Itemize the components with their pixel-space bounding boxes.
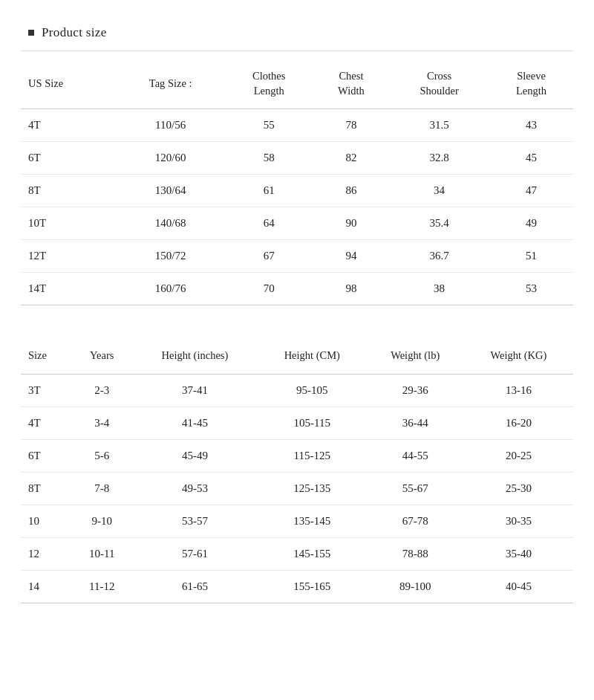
cell-cross_shoulder: 32.8 [389, 142, 489, 175]
cell-weight_lb: 55-67 [366, 472, 464, 505]
cell-tag_size: 110/56 [117, 109, 225, 142]
cell-sleeve_length: 45 [489, 142, 573, 175]
cell-clothes_length: 58 [225, 142, 313, 175]
cell-us_size: 4T [21, 109, 117, 142]
cell-height_inches: 41-45 [132, 406, 258, 439]
cell-height_cm: 155-165 [258, 570, 366, 603]
col-weight-lb: Weight (lb) [366, 338, 464, 374]
cell-height_inches: 49-53 [132, 472, 258, 505]
table1-header: US Size Tag Size : ClothesLength ChestWi… [21, 59, 573, 109]
col-us-size: US Size [21, 59, 117, 109]
cell-weight_kg: 16-20 [464, 406, 573, 439]
table-row: 6T5-645-49115-12544-5520-25 [21, 439, 573, 472]
table-row: 4T110/56557831.543 [21, 109, 573, 142]
cell-height_inches: 53-57 [132, 505, 258, 537]
cell-years: 3-4 [72, 406, 132, 439]
col-height-inches: Height (inches) [132, 338, 258, 374]
cell-clothes_length: 61 [225, 175, 313, 207]
cell-years: 9-10 [72, 505, 132, 537]
table-row: 6T120/60588232.845 [21, 142, 573, 175]
table-row: 3T2-337-4195-10529-3613-16 [21, 374, 573, 406]
cell-height_cm: 125-135 [258, 472, 366, 505]
col-height-cm: Height (CM) [258, 338, 366, 374]
table-row: 1210-1157-61145-15578-8835-40 [21, 537, 573, 570]
cell-years: 11-12 [72, 570, 132, 603]
table1-section: US Size Tag Size : ClothesLength ChestWi… [21, 59, 573, 305]
cell-cross_shoulder: 36.7 [389, 240, 489, 273]
size-guide-table: Size Years Height (inches) Height (CM) W… [21, 338, 573, 603]
col-cross-shoulder: CrossShoulder [389, 59, 489, 109]
cell-weight_lb: 44-55 [366, 439, 464, 472]
cell-cross_shoulder: 31.5 [389, 109, 489, 142]
cell-sleeve_length: 53 [489, 273, 573, 305]
table-row: 8T7-849-53125-13555-6725-30 [21, 472, 573, 505]
cell-tag_size: 160/76 [117, 273, 225, 305]
table-row: 14T160/7670983853 [21, 273, 573, 305]
cell-clothes_length: 55 [225, 109, 313, 142]
cell-tag_size: 150/72 [117, 240, 225, 273]
cell-chest_width: 82 [313, 142, 389, 175]
cell-sleeve_length: 43 [489, 109, 573, 142]
cell-cross_shoulder: 38 [389, 273, 489, 305]
cell-size: 6T [21, 439, 72, 472]
cell-weight_lb: 89-100 [366, 570, 464, 603]
cell-us_size: 6T [21, 142, 117, 175]
cell-years: 7-8 [72, 472, 132, 505]
cell-clothes_length: 64 [225, 207, 313, 240]
cell-size: 14 [21, 570, 72, 603]
cell-cross_shoulder: 34 [389, 175, 489, 207]
table2-body: 3T2-337-4195-10529-3613-164T3-441-45105-… [21, 374, 573, 603]
cell-height_inches: 37-41 [132, 374, 258, 406]
cell-weight_kg: 20-25 [464, 439, 573, 472]
cell-height_inches: 45-49 [132, 439, 258, 472]
cell-weight_kg: 30-35 [464, 505, 573, 537]
col-weight-kg: Weight (KG) [464, 338, 573, 374]
cell-weight_lb: 78-88 [366, 537, 464, 570]
table2-section: Size Years Height (inches) Height (CM) W… [21, 338, 573, 603]
cell-tag_size: 130/64 [117, 175, 225, 207]
cell-chest_width: 98 [313, 273, 389, 305]
cell-size: 4T [21, 406, 72, 439]
cell-height_cm: 105-115 [258, 406, 366, 439]
cell-weight_kg: 25-30 [464, 472, 573, 505]
table-row: 12T150/72679436.751 [21, 240, 573, 273]
cell-chest_width: 78 [313, 109, 389, 142]
cell-weight_lb: 67-78 [366, 505, 464, 537]
cell-chest_width: 94 [313, 240, 389, 273]
col-years: Years [72, 338, 132, 374]
table-row: 4T3-441-45105-11536-4416-20 [21, 406, 573, 439]
col-clothes-length: ClothesLength [225, 59, 313, 109]
cell-us_size: 8T [21, 175, 117, 207]
col-sleeve-length: SleeveLength [489, 59, 573, 109]
cell-size: 8T [21, 472, 72, 505]
table1-body: 4T110/56557831.5436T120/60588232.8458T13… [21, 109, 573, 305]
cell-years: 2-3 [72, 374, 132, 406]
product-size-title: Product size [42, 25, 107, 40]
table-row: 10T140/68649035.449 [21, 207, 573, 240]
cell-tag_size: 140/68 [117, 207, 225, 240]
cell-us_size: 12T [21, 240, 117, 273]
cell-height_inches: 57-61 [132, 537, 258, 570]
cell-tag_size: 120/60 [117, 142, 225, 175]
cell-height_cm: 145-155 [258, 537, 366, 570]
cell-weight_kg: 40-45 [464, 570, 573, 603]
table2-header: Size Years Height (inches) Height (CM) W… [21, 338, 573, 374]
cell-us_size: 10T [21, 207, 117, 240]
table-row: 8T130/6461863447 [21, 175, 573, 207]
col-size: Size [21, 338, 72, 374]
cell-size: 10 [21, 505, 72, 537]
cell-height_inches: 61-65 [132, 570, 258, 603]
col-chest-width: ChestWidth [313, 59, 389, 109]
cell-years: 5-6 [72, 439, 132, 472]
cell-size: 12 [21, 537, 72, 570]
cell-height_cm: 115-125 [258, 439, 366, 472]
cell-sleeve_length: 51 [489, 240, 573, 273]
section-divider [21, 305, 573, 334]
cell-weight_lb: 36-44 [366, 406, 464, 439]
cell-size: 3T [21, 374, 72, 406]
cell-weight_kg: 35-40 [464, 537, 573, 570]
cell-clothes_length: 67 [225, 240, 313, 273]
page-container: Product size US Size Tag Size : ClothesL… [0, 0, 594, 618]
cell-clothes_length: 70 [225, 273, 313, 305]
table2-header-row: Size Years Height (inches) Height (CM) W… [21, 338, 573, 374]
